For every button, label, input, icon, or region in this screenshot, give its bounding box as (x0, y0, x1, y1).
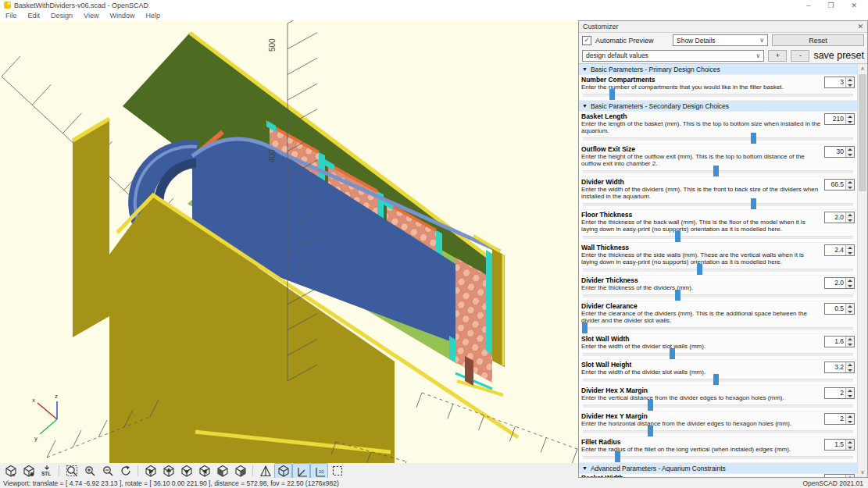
customizer-close-icon[interactable]: ✕ (857, 23, 863, 30)
viewport-3d[interactable]: 500 400 x y z (0, 20, 578, 463)
spin-up-icon[interactable] (846, 475, 854, 477)
spin-down-icon[interactable] (846, 419, 854, 425)
menu-window[interactable]: Window (104, 12, 140, 20)
param-slider[interactable] (582, 266, 854, 273)
menu-view[interactable]: View (78, 12, 104, 20)
add-preset-button[interactable]: + (768, 50, 787, 62)
slider-handle[interactable] (713, 166, 719, 176)
scrollbar-down-icon[interactable]: ∨ (858, 468, 867, 477)
view-back-button[interactable] (231, 463, 249, 479)
spin-down-icon[interactable] (846, 342, 854, 347)
param-slider[interactable] (582, 428, 854, 435)
slider-handle[interactable] (609, 89, 615, 100)
automatic-preview-checkbox[interactable]: ✓ (582, 36, 591, 45)
param-spinbox[interactable]: 1.5 (824, 439, 855, 451)
param-slider[interactable] (582, 351, 854, 358)
param-spinbox[interactable]: 92 (824, 474, 855, 477)
view-front-button[interactable] (213, 463, 231, 479)
spin-down-icon[interactable] (846, 152, 854, 158)
param-slider[interactable] (582, 201, 854, 208)
param-slider[interactable] (582, 376, 854, 383)
param-slider[interactable] (582, 233, 854, 240)
spin-down-icon[interactable] (846, 83, 854, 88)
reset-view-button[interactable] (116, 463, 134, 479)
section-header[interactable]: ▼Basic Parameters - Primary Design Choic… (579, 64, 857, 75)
view-all-button[interactable] (328, 463, 346, 479)
menu-edit[interactable]: Edit (23, 12, 46, 20)
view-right-button[interactable] (141, 463, 159, 479)
slider-handle[interactable] (648, 400, 653, 411)
param-spinbox[interactable]: 2 (824, 413, 855, 425)
menu-file[interactable]: File (0, 12, 23, 20)
slider-handle[interactable] (751, 198, 756, 209)
param-slider[interactable] (582, 325, 854, 332)
close-button[interactable]: ✕ (851, 2, 857, 9)
scrollbar-up-icon[interactable]: ∧ (858, 64, 867, 73)
param-slider[interactable] (582, 168, 854, 175)
param-spinbox[interactable]: 0.5 (824, 303, 855, 315)
slider-handle[interactable] (582, 322, 588, 333)
param-slider[interactable] (582, 402, 854, 409)
param-spinbox[interactable]: 2.4 (824, 244, 855, 256)
spin-down-icon[interactable] (846, 309, 854, 315)
zoom-all-button[interactable] (63, 463, 80, 479)
slider-handle[interactable] (713, 374, 719, 385)
customizer-scrollbar[interactable]: ∧ ∨ (857, 64, 867, 477)
param-slider[interactable] (582, 135, 854, 142)
show-scale-markers-button[interactable]: 10 (310, 463, 328, 479)
export-stl-button[interactable]: STL (38, 463, 55, 479)
reset-button[interactable]: Reset (772, 34, 864, 46)
perspective-button[interactable] (256, 463, 274, 479)
slider-handle[interactable] (615, 451, 620, 462)
spin-down-icon[interactable] (846, 394, 854, 399)
orthographic-button[interactable] (274, 463, 292, 479)
param-spinbox[interactable]: 2 (824, 387, 855, 399)
menu-help[interactable]: Help (140, 12, 166, 20)
spin-down-icon[interactable] (846, 251, 854, 256)
slider-handle[interactable] (675, 290, 680, 301)
zoom-in-button[interactable] (80, 463, 98, 479)
render-button[interactable] (20, 463, 38, 479)
param-spinbox[interactable]: 30 (824, 146, 855, 158)
spin-down-icon[interactable] (846, 445, 854, 451)
param-spinbox[interactable]: 210 (824, 113, 855, 125)
param-slider[interactable] (582, 91, 854, 98)
param-spinbox[interactable]: 1.6 (824, 336, 855, 347)
maximize-button[interactable]: ❐ (827, 2, 834, 9)
section-header[interactable]: ▼Basic Parameters - Secondary Design Cho… (579, 101, 857, 112)
menu-design[interactable]: Design (45, 12, 78, 20)
save-preset-button[interactable]: save preset (813, 49, 864, 62)
param-spinbox[interactable]: 3.2 (824, 362, 855, 373)
view-top-button[interactable] (159, 463, 177, 479)
slider-handle[interactable] (670, 348, 675, 359)
view-left-button[interactable] (195, 463, 213, 479)
spin-down-icon[interactable] (846, 368, 854, 373)
spin-down-icon[interactable] (846, 283, 854, 289)
param-spinbox[interactable]: 3 (824, 77, 855, 88)
spin-down-icon[interactable] (846, 185, 854, 191)
scrollbar-thumb[interactable] (859, 74, 866, 191)
slider-handle[interactable] (751, 133, 756, 144)
details-dropdown[interactable]: Show Details ∨ (673, 34, 768, 46)
param-spinbox[interactable]: 2.0 (824, 212, 855, 223)
spin-down-icon[interactable] (846, 119, 854, 125)
param-spinbox[interactable]: 66.5 (824, 179, 855, 191)
param-spinbox[interactable]: 2.0 (824, 277, 855, 289)
spin-down-icon[interactable] (846, 218, 854, 223)
slider-handle[interactable] (675, 231, 680, 242)
show-axes-button[interactable] (292, 463, 310, 479)
param-slider[interactable] (582, 292, 854, 299)
zoom-out-button[interactable] (98, 463, 116, 479)
slider-handle[interactable] (648, 426, 653, 436)
render-preview-button[interactable]: » (2, 463, 20, 479)
viewport-3d-model[interactable]: 500 400 x y z (0, 20, 578, 463)
section-header[interactable]: ▼Advanced Parameters - Aquarium Constrai… (579, 463, 857, 474)
slider-handle[interactable] (697, 264, 702, 275)
param-slider[interactable] (582, 454, 854, 461)
preset-dropdown[interactable]: design default values ∨ (582, 50, 764, 62)
param-row: Floor ThicknessEnter the thickness of th… (579, 210, 857, 243)
remove-preset-button[interactable]: - (791, 50, 809, 62)
openscad-window: BasketWithDividers-v06.scad - OpenSCAD –… (0, 0, 868, 488)
minimize-button[interactable]: – (806, 2, 810, 9)
view-bottom-button[interactable] (177, 463, 195, 479)
